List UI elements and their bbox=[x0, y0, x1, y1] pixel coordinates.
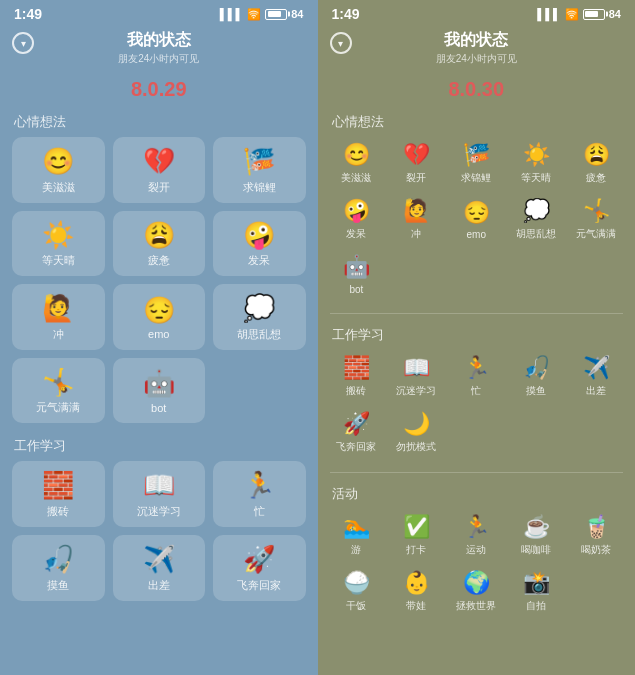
header-left: ▾ 我的状态 朋友24小时内可见 bbox=[0, 26, 318, 72]
r-act-item-7[interactable]: 🌍 拯救世界 bbox=[447, 565, 505, 617]
mood-icon-8: 💭 bbox=[243, 294, 275, 323]
r-mood-item-3[interactable]: ☀️ 等天晴 bbox=[507, 137, 565, 189]
mood-icon-9: 🤸 bbox=[42, 368, 74, 397]
r-mood-item-10[interactable]: 🤖 bot bbox=[328, 249, 386, 298]
r-work-item-5[interactable]: 🚀 飞奔回家 bbox=[328, 406, 386, 458]
r-work-item-4[interactable]: ✈️ 出差 bbox=[567, 350, 625, 402]
r-work-item-0[interactable]: 🧱 搬砖 bbox=[328, 350, 386, 402]
signal-icon-right: ▌▌▌ bbox=[537, 8, 560, 20]
r-mood-icon-10: 🤖 bbox=[343, 255, 370, 279]
work-icon-5: 🚀 bbox=[243, 545, 275, 574]
r-mood-item-7[interactable]: 😔 emo bbox=[447, 193, 505, 245]
r-work-label-2: 忙 bbox=[471, 384, 481, 398]
mood-item-10[interactable]: 🤖 bot bbox=[113, 358, 206, 424]
signal-icon: ▌▌▌ bbox=[220, 8, 243, 20]
r-act-item-1[interactable]: ✅ 打卡 bbox=[387, 509, 445, 561]
r-act-item-3[interactable]: ☕ 喝咖啡 bbox=[507, 509, 565, 561]
work-grid-right: 🧱 搬砖 📖 沉迷学习 🏃 忙 🎣 摸鱼 ✈️ 出差 🚀 飞奔回家 🌙 勿扰模式 bbox=[318, 350, 636, 468]
r-mood-label-1: 裂开 bbox=[406, 171, 426, 185]
r-mood-item-6[interactable]: 🙋 冲 bbox=[387, 193, 445, 245]
r-mood-icon-3: ☀️ bbox=[523, 143, 550, 167]
work-item-2[interactable]: 🏃 忙 bbox=[213, 461, 306, 527]
r-act-item-8[interactable]: 📸 自拍 bbox=[507, 565, 565, 617]
r-act-label-6: 带娃 bbox=[406, 599, 426, 613]
section-title-work-right: 工作学习 bbox=[318, 322, 636, 350]
work-item-0[interactable]: 🧱 搬砖 bbox=[12, 461, 105, 527]
r-mood-item-9[interactable]: 🤸 元气满满 bbox=[567, 193, 625, 245]
r-act-item-5[interactable]: 🍚 干饭 bbox=[328, 565, 386, 617]
work-item-5[interactable]: 🚀 飞奔回家 bbox=[213, 535, 306, 601]
mood-item-7[interactable]: 😔 emo bbox=[113, 284, 206, 350]
mood-label-10: bot bbox=[151, 402, 166, 414]
subtitle-right: 朋友24小时内可见 bbox=[318, 52, 636, 66]
activity-grid-right: 🏊 游 ✅ 打卡 🏃 运动 ☕ 喝咖啡 🧋 喝奶茶 🍚 干饭 👶 带娃 🌍 bbox=[318, 509, 636, 627]
r-act-icon-3: ☕ bbox=[523, 515, 550, 539]
r-mood-icon-2: 🎏 bbox=[463, 143, 490, 167]
divider-2 bbox=[330, 472, 624, 473]
r-mood-item-0[interactable]: 😊 美滋滋 bbox=[328, 137, 386, 189]
mood-item-9[interactable]: 🤸 元气满满 bbox=[12, 358, 105, 424]
mood-grid-right: 😊 美滋滋 💔 裂开 🎏 求锦鲤 ☀️ 等天晴 😩 疲惫 🤪 发呆 🙋 冲 😔 bbox=[318, 137, 636, 309]
r-act-label-0: 游 bbox=[351, 543, 361, 557]
r-work-item-3[interactable]: 🎣 摸鱼 bbox=[507, 350, 565, 402]
mood-label-3: 等天晴 bbox=[42, 253, 75, 268]
r-act-item-6[interactable]: 👶 带娃 bbox=[387, 565, 445, 617]
r-act-label-2: 运动 bbox=[466, 543, 486, 557]
status-bar-right: 1:49 ▌▌▌ 🛜 84 bbox=[318, 0, 636, 26]
r-act-item-0[interactable]: 🏊 游 bbox=[328, 509, 386, 561]
r-mood-icon-5: 🤪 bbox=[343, 199, 370, 223]
r-mood-item-5[interactable]: 🤪 发呆 bbox=[328, 193, 386, 245]
chevron-left[interactable]: ▾ bbox=[12, 32, 34, 54]
mood-icon-10: 🤖 bbox=[143, 369, 175, 398]
r-act-icon-8: 📸 bbox=[523, 571, 550, 595]
mood-item-4[interactable]: 😩 疲惫 bbox=[113, 211, 206, 277]
work-item-4[interactable]: ✈️ 出差 bbox=[113, 535, 206, 601]
r-mood-label-2: 求锦鲤 bbox=[461, 171, 491, 185]
mood-item-8[interactable]: 💭 胡思乱想 bbox=[213, 284, 306, 350]
mood-item-3[interactable]: ☀️ 等天晴 bbox=[12, 211, 105, 277]
r-mood-label-3: 等天晴 bbox=[521, 171, 551, 185]
mood-item-2[interactable]: 🎏 求锦鲤 bbox=[213, 137, 306, 203]
r-mood-label-9: 元气满满 bbox=[576, 227, 616, 241]
r-work-label-1: 沉迷学习 bbox=[396, 384, 436, 398]
r-act-icon-5: 🍚 bbox=[343, 571, 370, 595]
r-act-label-3: 喝咖啡 bbox=[521, 543, 551, 557]
r-mood-item-2[interactable]: 🎏 求锦鲤 bbox=[447, 137, 505, 189]
r-work-item-6[interactable]: 🌙 勿扰模式 bbox=[387, 406, 445, 458]
r-act-item-4[interactable]: 🧋 喝奶茶 bbox=[567, 509, 625, 561]
r-mood-icon-4: 😩 bbox=[583, 143, 610, 167]
r-mood-icon-6: 🙋 bbox=[403, 199, 430, 223]
work-label-2: 忙 bbox=[254, 504, 265, 519]
r-work-label-5: 飞奔回家 bbox=[336, 440, 376, 454]
work-item-3[interactable]: 🎣 摸鱼 bbox=[12, 535, 105, 601]
mood-label-1: 裂开 bbox=[148, 180, 170, 195]
mood-item-1[interactable]: 💔 裂开 bbox=[113, 137, 206, 203]
version-right: 8.0.30 bbox=[318, 78, 636, 101]
r-mood-item-1[interactable]: 💔 裂开 bbox=[387, 137, 445, 189]
r-work-item-2[interactable]: 🏃 忙 bbox=[447, 350, 505, 402]
mood-icon-5: 🤪 bbox=[243, 221, 275, 250]
battery-right bbox=[583, 9, 605, 20]
r-work-item-1[interactable]: 📖 沉迷学习 bbox=[387, 350, 445, 402]
r-mood-item-4[interactable]: 😩 疲惫 bbox=[567, 137, 625, 189]
work-item-1[interactable]: 📖 沉迷学习 bbox=[113, 461, 206, 527]
work-icon-4: ✈️ bbox=[143, 545, 175, 574]
chevron-right[interactable]: ▾ bbox=[330, 32, 352, 54]
r-mood-label-0: 美滋滋 bbox=[341, 171, 371, 185]
mood-label-7: emo bbox=[148, 328, 169, 340]
mood-item-6[interactable]: 🙋 冲 bbox=[12, 284, 105, 350]
title-right: 我的状态 bbox=[318, 30, 636, 51]
mood-item-5[interactable]: 🤪 发呆 bbox=[213, 211, 306, 277]
section-title-activity-right: 活动 bbox=[318, 481, 636, 509]
mood-icon-2: 🎏 bbox=[243, 147, 275, 176]
title-left: 我的状态 bbox=[0, 30, 318, 51]
r-act-item-2[interactable]: 🏃 运动 bbox=[447, 509, 505, 561]
mood-item-0[interactable]: 😊 美滋滋 bbox=[12, 137, 105, 203]
mood-label-8: 胡思乱想 bbox=[237, 327, 281, 342]
r-mood-icon-8: 💭 bbox=[523, 199, 550, 223]
r-act-label-8: 自拍 bbox=[526, 599, 546, 613]
r-mood-icon-1: 💔 bbox=[403, 143, 430, 167]
r-mood-item-8[interactable]: 💭 胡思乱想 bbox=[507, 193, 565, 245]
work-icon-2: 🏃 bbox=[243, 471, 275, 500]
work-label-4: 出差 bbox=[148, 578, 170, 593]
